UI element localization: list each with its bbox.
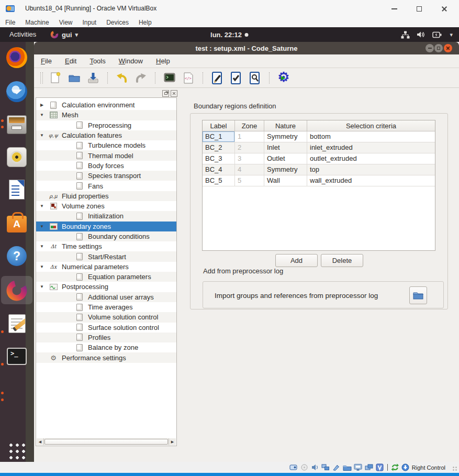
vbox-menu-view[interactable]: View [59, 19, 73, 26]
recording-icon[interactable] [365, 463, 374, 471]
dock-item-libreoffice-writer[interactable] [4, 177, 29, 202]
run-solver-button[interactable]: ⚙ ▶ [276, 71, 291, 85]
cell-nature[interactable]: Inlet [264, 142, 307, 153]
vbox-close-button[interactable] [438, 4, 451, 14]
tree-item[interactable]: Time averages [36, 302, 176, 312]
cell-criteria[interactable]: top [307, 164, 435, 175]
tree-item[interactable]: Turbulence models [36, 140, 176, 150]
network-adapters-icon[interactable] [321, 463, 330, 471]
tree-item[interactable]: Equation parameters [36, 272, 176, 282]
vbox-menu-help[interactable]: Help [139, 19, 152, 26]
table-row[interactable]: BC_2 2 Inlet inlet_extruded [203, 142, 435, 153]
tree-item[interactable]: Thermal model [36, 150, 176, 160]
tree-item[interactable]: Body forces [36, 161, 176, 171]
menu-window[interactable]: Window [119, 57, 143, 65]
open-terminal-button[interactable] [162, 71, 177, 85]
tree-item[interactable]: Balance by zone [36, 342, 176, 352]
cell-label[interactable]: BC_1 [203, 131, 235, 142]
show-applications-button[interactable] [4, 439, 29, 464]
cell-label[interactable]: BC_3 [203, 153, 235, 164]
float-panel-icon[interactable] [162, 90, 169, 97]
tree-item[interactable]: Volume solution control [36, 312, 176, 322]
cell-nature[interactable]: Symmetry [264, 131, 307, 142]
scroll-left-arrow-icon[interactable]: ◀ [37, 438, 44, 445]
usb-icon[interactable] [332, 463, 341, 471]
tree-item[interactable]: ▼ΔxNumerical parameters [36, 262, 176, 272]
tree-item[interactable]: Additional user arrays [36, 292, 176, 302]
cell-zone[interactable]: 3 [235, 153, 264, 164]
cell-criteria[interactable]: inlet_extruded [307, 142, 435, 153]
tree-item[interactable]: ⚙Performance settings [36, 352, 176, 362]
tree-item[interactable]: ▼Mesh [36, 110, 176, 120]
cell-criteria[interactable]: outlet_extruded [307, 153, 435, 164]
dock-item-code-saturne[interactable] [4, 278, 29, 303]
cell-criteria[interactable]: bottom [307, 131, 435, 142]
tree-item[interactable]: Initialization [36, 211, 176, 221]
cell-criteria[interactable]: wall_extruded [307, 175, 435, 186]
new-file-button[interactable] [48, 71, 63, 85]
tree-item[interactable]: Profiles [36, 333, 176, 342]
tree-item[interactable]: ▼Postprocessing [36, 282, 176, 292]
expander-icon[interactable]: ▼ [39, 204, 45, 208]
column-header-selection-criteria[interactable]: Selection criteria [307, 120, 435, 131]
column-header-nature[interactable]: Nature [264, 120, 307, 131]
shared-folders-icon[interactable] [343, 463, 352, 471]
edit-case-button[interactable] [210, 71, 225, 85]
open-file-button[interactable] [67, 71, 82, 85]
dock-item-help[interactable]: ? [4, 243, 29, 269]
tree-item-selected[interactable]: ▼Boundary zones [36, 222, 176, 231]
hard-disk-icon[interactable] [289, 463, 298, 471]
system-status-area[interactable]: ▾ [401, 27, 453, 42]
save-file-button[interactable] [86, 71, 100, 85]
expander-icon[interactable]: ▼ [39, 244, 45, 249]
tree-item[interactable]: Start/Restart [36, 251, 176, 261]
expander-icon[interactable]: ▼ [39, 224, 45, 229]
add-button[interactable]: Add [275, 254, 318, 267]
app-close-button[interactable] [444, 44, 452, 52]
tree-item[interactable]: Surface solution control [36, 323, 176, 333]
vbox-menu-machine[interactable]: Machine [25, 19, 49, 26]
menu-edit[interactable]: Edit [65, 57, 76, 65]
optical-disc-icon[interactable] [300, 463, 309, 471]
vbox-menu-devices[interactable]: Devices [106, 19, 129, 26]
delete-button[interactable]: Delete [321, 254, 363, 267]
view-xml-button[interactable]: </> [181, 71, 196, 85]
table-row[interactable]: BC_3 3 Outlet outlet_extruded [203, 153, 435, 164]
menu-help[interactable]: Help [156, 57, 170, 65]
expander-icon[interactable]: ▼ [39, 133, 45, 138]
dock-item-terminal[interactable]: >_ [4, 344, 29, 369]
table-row[interactable]: BC_4 4 Symmetry top [203, 164, 435, 175]
dock-item-ubuntu-software[interactable]: A [4, 210, 29, 235]
expander-icon[interactable]: ▶ [39, 103, 45, 107]
app-titlebar[interactable]: test : setup.xml - Code_Saturne [34, 42, 459, 54]
dock-item-files[interactable] [4, 112, 29, 137]
check-case-button[interactable] [229, 71, 243, 85]
tree-item[interactable]: ▶Calculation environment [36, 100, 176, 110]
tree-item[interactable]: ρ,μFluid properties [36, 191, 176, 201]
tree-item[interactable]: Fans [36, 181, 176, 191]
audio-icon[interactable] [311, 463, 319, 471]
expander-icon[interactable]: ▼ [39, 264, 45, 269]
clock-button[interactable]: lun. 22:12 [210, 27, 249, 42]
tree-item[interactable]: ▼ΔtTime settings [36, 241, 176, 251]
cell-zone[interactable]: 2 [235, 142, 264, 153]
cell-label[interactable]: BC_2 [203, 142, 235, 153]
display-icon[interactable] [354, 463, 363, 471]
cell-label[interactable]: BC_4 [203, 164, 235, 175]
vbox-minimize-button[interactable] [387, 4, 401, 14]
resize-grip[interactable] [452, 466, 457, 471]
tree-horizontal-scrollbar[interactable]: ◀ ▶ [37, 438, 176, 445]
cell-label[interactable]: BC_5 [203, 175, 235, 186]
vbox-maximize-button[interactable] [412, 4, 426, 14]
redo-button[interactable] [133, 71, 148, 85]
mouse-capture-icon[interactable] [401, 463, 410, 471]
cell-zone[interactable]: 5 [235, 175, 264, 186]
close-panel-icon[interactable] [171, 90, 177, 97]
vbox-features-icon[interactable] [376, 463, 384, 471]
import-browse-button[interactable] [409, 286, 427, 304]
table-row[interactable]: BC_1 1 Symmetry bottom [203, 131, 435, 142]
app-minimize-button[interactable] [426, 44, 434, 52]
cell-nature[interactable]: Symmetry [264, 164, 307, 175]
dock-item-text-editor[interactable] [4, 311, 29, 336]
preview-case-button[interactable] [248, 71, 262, 85]
